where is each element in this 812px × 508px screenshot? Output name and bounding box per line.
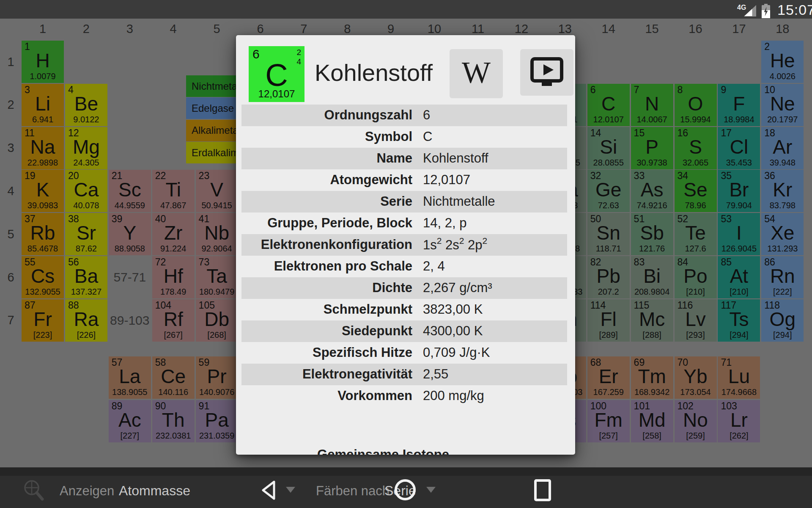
element-tile-Sc[interactable]: 21Sc44.9559 — [109, 170, 151, 212]
property-row: Gruppe, Periode, Block14, 2, p — [241, 213, 567, 234]
property-label: Ordnungszahl — [241, 108, 412, 123]
element-tile-Si[interactable]: 14Si28.0855 — [587, 127, 630, 169]
element-tile-Fm[interactable]: 100Fm[257] — [587, 400, 630, 442]
element-tile-Ar[interactable]: 18Ar39.948 — [761, 127, 804, 169]
element-symbol: Cl — [718, 137, 760, 157]
atomic-mass: [267] — [152, 330, 195, 340]
element-tile-He[interactable]: 2He4.0026 — [761, 41, 804, 83]
element-tile-Xe[interactable]: 54Xe131.293 — [761, 213, 804, 255]
element-tile-Rf[interactable]: 104Rf[267] — [152, 299, 195, 342]
element-symbol: Xe — [761, 223, 804, 243]
display-dropdown-caret[interactable] — [286, 487, 295, 493]
nav-recents-button[interactable] — [533, 479, 552, 502]
element-tile-Lu[interactable]: 71Lu174.9668 — [718, 356, 760, 399]
element-tile-Po[interactable]: 84Po[210] — [675, 256, 717, 298]
element-tile-Lr[interactable]: 103Lr[262] — [718, 400, 760, 442]
nav-back-button[interactable] — [257, 478, 282, 502]
element-tile-La[interactable]: 57La138.9055 — [109, 356, 151, 399]
element-tile-S[interactable]: 16S32.065 — [675, 127, 717, 169]
element-tile-Og[interactable]: 118Og[294] — [761, 299, 804, 342]
element-tile-Ts[interactable]: 117Ts[294] — [718, 299, 760, 342]
wikipedia-button[interactable]: W — [450, 49, 503, 98]
element-tile-C[interactable]: 6C12.0107 — [587, 84, 630, 126]
element-tile-Fl[interactable]: 114Fl[289] — [587, 299, 630, 342]
atomic-mass: [227] — [109, 431, 151, 441]
element-tile-Ba[interactable]: 56Ba137.327 — [65, 256, 107, 298]
element-symbol: Br — [718, 180, 760, 199]
row-header: 3 — [0, 127, 22, 169]
element-tile-Rn[interactable]: 86Rn[222] — [761, 256, 804, 298]
display-mode-value[interactable]: Atommasse — [119, 483, 190, 499]
element-tile-As[interactable]: 33As74.9216 — [631, 170, 673, 212]
element-symbol: N — [631, 94, 673, 113]
atomic-mass: 4.0026 — [761, 72, 804, 81]
element-tile-Tm[interactable]: 69Tm168.9342 — [631, 356, 673, 399]
element-tile-Bi[interactable]: 83Bi208.9804 — [631, 256, 673, 298]
element-tile-Md[interactable]: 101Md[258] — [631, 400, 673, 442]
element-tile-Ne[interactable]: 10Ne20.1797 — [761, 84, 804, 126]
element-tile-Li[interactable]: 3Li6.941 — [22, 84, 64, 126]
element-tile-P[interactable]: 15P30.9738 — [631, 127, 673, 169]
element-tile-Mg[interactable]: 12Mg24.305 — [65, 127, 107, 169]
element-tile-No[interactable]: 102No[259] — [675, 400, 717, 442]
property-row: Elektronegativität2,55 — [241, 364, 567, 385]
element-tile-Zr[interactable]: 40Zr91.224 — [152, 213, 195, 255]
element-tile-Pa[interactable]: 91Pa231.0359 — [196, 400, 238, 442]
element-tile-Se[interactable]: 34Se78.96 — [675, 170, 717, 212]
element-tile-Cl[interactable]: 17Cl35.453 — [718, 127, 760, 169]
element-tile-Lv[interactable]: 116Lv[293] — [675, 299, 717, 342]
element-tile-Ge[interactable]: 32Ge72.63 — [587, 170, 630, 212]
element-tile-Ce[interactable]: 58Ce140.116 — [152, 356, 195, 399]
element-tile-Mc[interactable]: 115Mc[288] — [631, 299, 673, 342]
property-value: 12,0107 — [423, 172, 565, 188]
element-tile-V[interactable]: 23V50.9415 — [196, 170, 238, 212]
element-tile-Na[interactable]: 11Na22.9898 — [22, 127, 64, 169]
element-tile-Ac[interactable]: 89Ac[227] — [109, 400, 151, 442]
property-label: Name — [241, 151, 412, 166]
atomic-mass: 167.259 — [587, 387, 630, 397]
video-button[interactable] — [520, 49, 573, 96]
element-tile-Ca[interactable]: 20Ca40.078 — [65, 170, 107, 212]
atomic-mass: 32.065 — [675, 158, 717, 168]
element-tile-Th[interactable]: 90Th232.0381 — [152, 400, 195, 442]
atomic-mass: 1.0079 — [22, 72, 64, 81]
element-tile-Yb[interactable]: 70Yb173.054 — [675, 356, 717, 399]
property-row: Elektronenkonfiguration1s2 2s2 2p2 — [241, 234, 567, 256]
element-tile-F[interactable]: 9F18.9984 — [718, 84, 760, 126]
element-tile-Be[interactable]: 4Be9.0122 — [65, 84, 107, 126]
element-tile-O[interactable]: 8O15.9994 — [675, 84, 717, 126]
display-mode-label: Anzeigen — [60, 483, 114, 499]
element-tile-Ra[interactable]: 88Ra[226] — [65, 299, 107, 342]
element-tile-H[interactable]: 1H1.0079 — [22, 41, 64, 83]
element-tile-Pr[interactable]: 59Pr140.9076 — [196, 356, 238, 399]
element-tile-Pb[interactable]: 82Pb207.2 — [587, 256, 630, 298]
element-tile-Ti[interactable]: 22Ti47.867 — [152, 170, 195, 212]
zoom-icon[interactable] — [21, 477, 47, 502]
element-symbol: Kr — [761, 180, 804, 199]
element-tile-Fr[interactable]: 87Fr[223] — [22, 299, 64, 342]
element-tile-Br[interactable]: 35Br79.904 — [718, 170, 760, 212]
element-tile-N[interactable]: 7N14.0067 — [631, 84, 673, 126]
element-tile-Cs[interactable]: 55Cs132.9055 — [22, 256, 64, 298]
element-tile-Nb[interactable]: 41Nb92.9064 — [196, 213, 238, 255]
element-tile-Db[interactable]: 105Db[268] — [196, 299, 238, 342]
element-tile-I[interactable]: 53I126.9045 — [718, 213, 760, 255]
element-tile-Sb[interactable]: 51Sb121.76 — [631, 213, 673, 255]
element-tile-Kr[interactable]: 36Kr83.798 — [761, 170, 804, 212]
element-tile-Er[interactable]: 68Er167.259 — [587, 356, 630, 399]
element-tile-Y[interactable]: 39Y88.9058 — [109, 213, 151, 255]
property-label: Serie — [241, 194, 412, 209]
element-symbol: Pa — [196, 410, 238, 430]
atomic-mass: 207.2 — [587, 287, 630, 297]
bottom-shadow-strip — [0, 467, 812, 476]
element-tile-Rb[interactable]: 37Rb85.4678 — [22, 213, 64, 255]
element-tile-K[interactable]: 19K39.0983 — [22, 170, 64, 212]
element-tile-Ta[interactable]: 73Ta180.9479 — [196, 256, 238, 298]
element-tile-Sr[interactable]: 38Sr87.62 — [65, 213, 107, 255]
element-tile-Hf[interactable]: 72Hf178.49 — [152, 256, 195, 298]
color-dropdown-caret[interactable] — [426, 487, 436, 493]
element-tile-Sn[interactable]: 50Sn118.71 — [587, 213, 630, 255]
element-tile-At[interactable]: 85At[210] — [718, 256, 760, 298]
nav-home-button[interactable] — [393, 478, 417, 502]
element-tile-Te[interactable]: 52Te127.6 — [675, 213, 717, 255]
